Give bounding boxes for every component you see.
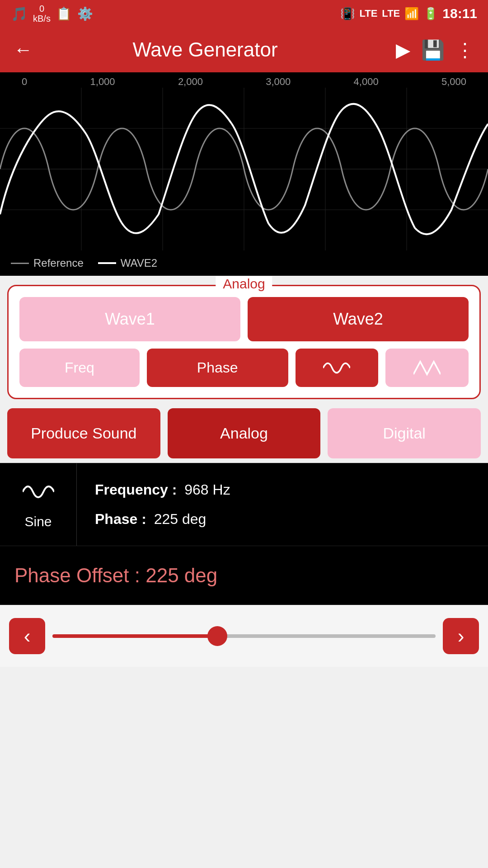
kbs-indicator: 0 kB/s: [33, 4, 51, 24]
controls-row: Freq Phase: [19, 349, 469, 387]
phase-label: Phase :: [95, 511, 146, 527]
legend-reference: Reference: [11, 257, 84, 269]
legend-ref-label: Reference: [33, 257, 84, 269]
lte2-icon: LTE: [382, 8, 400, 19]
sine-wave-button[interactable]: [296, 349, 379, 387]
legend-wave2-label: WAVE2: [121, 257, 157, 269]
sine-icon: [23, 480, 54, 507]
status-bar: 🎵 0 kB/s 📋 ⚙️ 📳 LTE LTE 📶 🔋 18:11: [0, 0, 488, 27]
wave-canvas: [0, 88, 488, 250]
wave-buttons-row: Wave1 Wave2: [19, 297, 469, 341]
slider-track[interactable]: [52, 634, 436, 638]
phone-icon: 📋: [56, 6, 72, 21]
produce-sound-button[interactable]: Produce Sound: [7, 408, 160, 458]
frequency-row: Frequency : 968 Hz: [95, 481, 470, 498]
analog-panel: Analog Wave1 Wave2 Freq Phase: [7, 285, 481, 399]
left-arrow-icon: ‹: [24, 625, 31, 647]
axis-label-0: 0: [22, 76, 27, 88]
phase-button[interactable]: Phase: [147, 349, 288, 387]
legend-wave2-line: [98, 262, 116, 264]
triangle-wave-button[interactable]: [385, 349, 469, 387]
music-icon: 🎵: [11, 6, 28, 22]
play-button[interactable]: ▶: [396, 39, 410, 61]
frequency-label: Frequency :: [95, 481, 177, 498]
wave-params-column: Frequency : 968 Hz Phase : 225 deg: [77, 463, 488, 546]
axis-label-4000: 4,000: [354, 76, 379, 88]
wave-type-label: Sine: [24, 514, 52, 529]
save-button[interactable]: 💾: [421, 39, 445, 61]
settings-icon: ⚙️: [77, 6, 93, 21]
digital-tab-button[interactable]: Digital: [328, 408, 481, 458]
axis-label-1000: 1,000: [90, 76, 115, 88]
tab-buttons: Produce Sound Analog Digital: [7, 408, 481, 458]
status-bar-left: 🎵 0 kB/s 📋 ⚙️: [11, 4, 93, 24]
app-bar: ← Wave Generator ▶ 💾 ⋮: [0, 27, 488, 72]
phase-offset-panel: Phase Offset : 225 deg: [0, 546, 488, 605]
analog-tab-button[interactable]: Analog: [168, 408, 321, 458]
wave1-button[interactable]: Wave1: [19, 297, 240, 341]
time-display: 18:11: [442, 6, 477, 21]
phase-offset-text: Phase Offset : 225 deg: [14, 564, 217, 586]
wave-axis: 0 1,000 2,000 3,000 4,000 5,000: [0, 72, 488, 88]
analog-section-label: Analog: [216, 276, 272, 292]
vibrate-icon: 📳: [340, 7, 355, 21]
wave-chart: 0 1,000 2,000 3,000 4,000 5,000 Referenc…: [0, 72, 488, 276]
slider-next-button[interactable]: ›: [443, 618, 479, 654]
menu-button[interactable]: ⋮: [455, 39, 474, 61]
signal-icon: 📶: [404, 7, 419, 21]
legend-wave2: WAVE2: [98, 257, 157, 269]
slider-thumb[interactable]: [207, 626, 227, 646]
frequency-value: 968 Hz: [184, 481, 230, 498]
slider-area: ‹ ›: [0, 605, 488, 667]
freq-button[interactable]: Freq: [19, 349, 140, 387]
battery-icon: 🔋: [423, 7, 438, 21]
wave2-button[interactable]: Wave2: [248, 297, 469, 341]
status-bar-right: 📳 LTE LTE 📶 🔋 18:11: [340, 6, 477, 21]
axis-label-2000: 2,000: [178, 76, 203, 88]
wave-legend: Reference WAVE2: [0, 250, 488, 276]
axis-label-5000: 5,000: [441, 76, 466, 88]
wave-type-column: Sine: [0, 463, 77, 546]
lte-icon: LTE: [359, 8, 377, 19]
legend-ref-line: [11, 263, 29, 264]
phase-value: 225 deg: [154, 511, 206, 527]
slider-prev-button[interactable]: ‹: [9, 618, 45, 654]
phase-row: Phase : 225 deg: [95, 511, 470, 528]
axis-label-3000: 3,000: [266, 76, 291, 88]
app-title: Wave Generator: [25, 38, 385, 61]
wave-info-panel: Sine Frequency : 968 Hz Phase : 225 deg: [0, 463, 488, 546]
right-arrow-icon: ›: [458, 625, 465, 647]
